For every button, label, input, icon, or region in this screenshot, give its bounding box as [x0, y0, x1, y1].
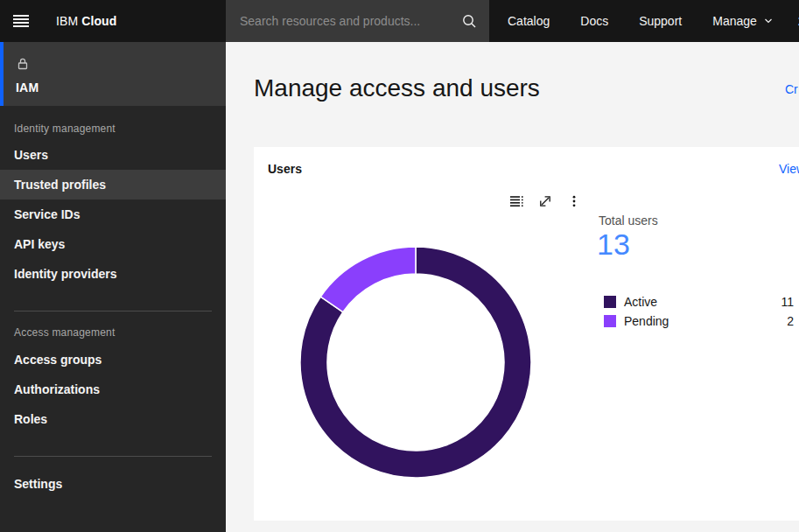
- legend-value-active: 11: [781, 295, 794, 309]
- page-title: Manage access and users: [254, 74, 540, 102]
- section-label-access-management: Access management: [14, 326, 115, 339]
- legend-swatch-pending: [604, 315, 616, 327]
- sidebar-title: IAM: [16, 80, 226, 94]
- sidebar-divider: [14, 456, 212, 457]
- brand-prefix: IBM: [56, 14, 78, 28]
- hamburger-icon: [13, 15, 29, 17]
- sidebar-item-access-groups[interactable]: Access groups: [0, 345, 226, 374]
- legend-item-pending[interactable]: Pending 2: [604, 312, 794, 331]
- sidebar-item-authorizations[interactable]: Authorizations: [0, 374, 226, 404]
- main-content: Manage access and users Cr Users View: [226, 42, 799, 532]
- chart-toolbar: [506, 191, 585, 212]
- legend-item-active[interactable]: Active 11: [604, 292, 794, 312]
- iam-sidebar: IAM Identity management Users Trusted pr…: [0, 42, 226, 532]
- donut-slice-pending[interactable]: [320, 247, 416, 312]
- users-card-title: Users: [268, 162, 302, 176]
- brand-bold: Cloud: [81, 14, 116, 28]
- total-users-label: Total users: [599, 214, 658, 228]
- users-donut-chart[interactable]: [298, 244, 534, 480]
- nav-docs[interactable]: Docs: [580, 14, 608, 28]
- search-placeholder: Search resources and products...: [240, 14, 461, 28]
- sidebar-divider: [14, 311, 212, 312]
- legend-swatch-active: [604, 296, 616, 308]
- sidebar-item-identity-providers[interactable]: Identity providers: [0, 259, 226, 289]
- chart-legend: Active 11 Pending 2: [604, 292, 794, 331]
- sidebar-item-roles[interactable]: Roles: [0, 404, 226, 434]
- chevron-down-icon: [763, 16, 774, 26]
- brand-logo[interactable]: IBM Cloud: [56, 0, 116, 42]
- global-search-input[interactable]: Search resources and products...: [226, 0, 489, 42]
- nav-catalog[interactable]: Catalog: [508, 14, 550, 28]
- menu-button[interactable]: [0, 0, 42, 42]
- overflow-menu-icon[interactable]: [564, 191, 585, 212]
- nav-support[interactable]: Support: [639, 14, 682, 28]
- sidebar-item-api-keys[interactable]: API keys: [0, 229, 226, 259]
- nav-manage-dropdown[interactable]: Manage: [712, 14, 774, 28]
- legend-value-pending: 2: [787, 314, 794, 328]
- users-card: Users View: [254, 147, 799, 521]
- total-users-value: 13: [597, 228, 630, 262]
- table-of-contents-icon[interactable]: [506, 191, 527, 212]
- view-all-users-link[interactable]: View: [779, 162, 799, 176]
- header-nav: Catalog Docs Support Manage 2: [489, 0, 799, 42]
- global-header: IBM Cloud Search resources and products.…: [0, 0, 799, 42]
- sidebar-item-settings[interactable]: Settings: [0, 469, 226, 499]
- create-link[interactable]: Cr: [785, 82, 798, 96]
- expand-icon[interactable]: [535, 191, 556, 212]
- search-icon[interactable]: [461, 13, 477, 29]
- sidebar-item-service-ids[interactable]: Service IDs: [0, 200, 226, 229]
- sidebar-item-trusted-profiles[interactable]: Trusted profiles: [0, 170, 226, 200]
- lock-icon: [16, 57, 30, 71]
- sidebar-item-users[interactable]: Users: [0, 140, 226, 170]
- section-label-identity-management: Identity management: [14, 122, 116, 135]
- sidebar-header-iam[interactable]: IAM: [0, 42, 226, 106]
